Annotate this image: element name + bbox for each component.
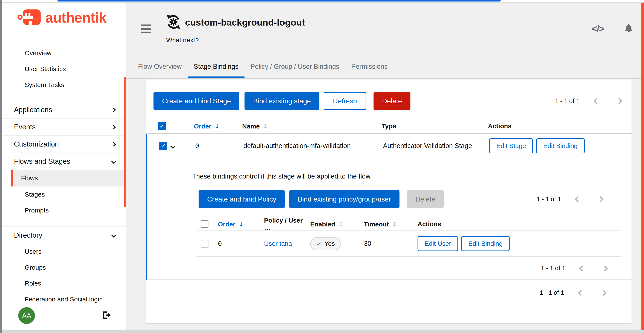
policy-select-all-checkbox[interactable] xyxy=(201,220,208,228)
authentik-key-icon xyxy=(18,8,43,27)
stage-bindings-card: Create and bind Stage Bind existing stag… xyxy=(146,80,632,323)
pagination-next-icon[interactable] xyxy=(616,98,622,104)
policy-order: 0 xyxy=(218,240,264,247)
policy-user-link[interactable]: User tana xyxy=(264,240,292,247)
pagination-next-icon[interactable] xyxy=(601,290,607,296)
page-scrollbar[interactable] xyxy=(642,3,644,330)
pagination-next-icon[interactable] xyxy=(602,265,608,271)
sidebar-item-roles[interactable]: Roles xyxy=(2,275,126,291)
pagination-prev-icon[interactable] xyxy=(579,265,585,271)
page-title: custom-background-logout xyxy=(185,17,305,28)
policy-row-checkbox[interactable] xyxy=(201,240,208,247)
sidebar: authentik Overview User Statistics Syste… xyxy=(2,3,126,329)
pagination-label: 1 - 1 of 1 xyxy=(540,289,564,296)
edit-binding-button[interactable]: Edit Binding xyxy=(461,236,510,251)
sidebar-item-stages[interactable]: Stages xyxy=(2,186,126,202)
policy-timeout: 30 xyxy=(364,240,418,247)
api-code-icon[interactable]: </> xyxy=(592,24,604,34)
create-and-bind-stage-button[interactable]: Create and bind Stage xyxy=(154,92,239,110)
sidebar-scrollbar[interactable] xyxy=(124,77,126,207)
sidebar-item-applications[interactable]: Applications xyxy=(2,101,126,118)
sidebar-item-users[interactable]: Users xyxy=(2,244,126,259)
window-bottom-strip xyxy=(2,329,644,333)
pagination-policy-top: 1 - 1 of 1 xyxy=(537,196,603,203)
bell-icon[interactable] xyxy=(624,23,634,34)
column-timeout[interactable]: Timeout↕ xyxy=(364,220,418,228)
create-and-bind-policy-button[interactable]: Create and bind Policy xyxy=(198,190,285,208)
tab-bar: Flow Overview Stage Bindings Policy / Gr… xyxy=(126,59,642,79)
window-edge xyxy=(0,0,2,333)
sidebar-item-flows[interactable]: Flows xyxy=(11,170,126,186)
selected-stage-block: ✓ 0 default-authentication-mfa-validatio… xyxy=(146,134,632,280)
column-name[interactable]: Name↕ xyxy=(242,122,382,130)
select-all-checkbox[interactable]: ✓ xyxy=(158,122,166,130)
sidebar-item-customization[interactable]: Customization xyxy=(2,135,126,153)
edit-binding-button[interactable]: Edit Binding xyxy=(536,138,584,153)
avatar[interactable]: AA xyxy=(18,307,35,324)
tab-policy-group-user-bindings[interactable]: Policy / Group / User Bindings xyxy=(244,59,346,78)
header-actions: </> xyxy=(592,23,634,34)
column-order[interactable]: Order↓ xyxy=(194,122,242,130)
tab-stage-bindings[interactable]: Stage Bindings xyxy=(188,59,244,78)
policy-delete-button[interactable]: Delete xyxy=(407,190,444,208)
sidebar-item-directory[interactable]: Directory xyxy=(2,226,126,244)
policy-table-header: Order↓ Policy / User … Enabled↕ Timeout↕… xyxy=(196,217,621,230)
bind-existing-policy-button[interactable]: Bind existing policy/group/user xyxy=(289,190,400,208)
refresh-button[interactable]: Refresh xyxy=(324,92,366,110)
delete-button[interactable]: Delete xyxy=(374,92,411,110)
sort-desc-icon: ↓ xyxy=(238,220,244,228)
sidebar-item-events[interactable]: Events xyxy=(2,118,126,135)
expansion-description: These bindings control if this stage wil… xyxy=(192,173,621,180)
column-actions: Actions xyxy=(488,122,632,130)
stage-table-header: ✓ Order↓ Name↕ Type Actions xyxy=(146,119,632,133)
chevron-right-icon xyxy=(112,142,116,146)
page-header: custom-background-logout What next? xyxy=(165,14,305,44)
pagination-prev-icon[interactable] xyxy=(578,290,584,296)
enabled-badge: ✓Yes xyxy=(310,237,341,250)
pagination-bottom: 1 - 1 of 1 xyxy=(146,280,632,296)
process-automation-icon xyxy=(165,14,182,31)
bind-existing-stage-button[interactable]: Bind existing stage xyxy=(244,92,320,110)
sign-out-icon[interactable] xyxy=(101,310,111,321)
column-order[interactable]: Order↓ xyxy=(218,220,264,228)
sidebar-nav: Overview User Statistics System Tasks Ap… xyxy=(2,33,126,307)
row-checkbox[interactable]: ✓ xyxy=(159,142,167,150)
top-accent-bar xyxy=(58,0,500,2)
tab-permissions[interactable]: Permissions xyxy=(345,59,394,78)
stage-toolbar: Create and bind Stage Bind existing stag… xyxy=(146,80,632,119)
edit-stage-button[interactable]: Edit Stage xyxy=(489,138,533,153)
sort-icon: ↕ xyxy=(392,220,397,228)
row-expand-chevron-icon[interactable] xyxy=(170,144,176,149)
column-enabled[interactable]: Enabled↕ xyxy=(310,220,364,228)
column-policy-user: Policy / User … xyxy=(264,217,310,231)
sidebar-item-system-tasks[interactable]: System Tasks xyxy=(2,77,126,93)
pagination-prev-icon[interactable] xyxy=(575,196,581,202)
pagination-next-icon[interactable] xyxy=(598,196,604,202)
sidebar-item-flows-and-stages[interactable]: Flows and Stages xyxy=(2,153,126,170)
stage-name: default-authentication-mfa-validation xyxy=(244,142,383,150)
sort-icon: ↕ xyxy=(263,122,268,130)
chevron-down-icon xyxy=(112,159,116,163)
check-icon: ✓ xyxy=(316,240,322,247)
sidebar-item-prompts[interactable]: Prompts xyxy=(2,202,126,218)
chevron-right-icon xyxy=(112,125,116,129)
sidebar-item-user-statistics[interactable]: User Statistics xyxy=(2,61,126,77)
pagination-label: 1 - 1 of 1 xyxy=(555,98,580,105)
pagination-prev-icon[interactable] xyxy=(593,98,599,104)
brand-logo[interactable]: authentik xyxy=(2,3,126,33)
stage-order: 0 xyxy=(195,142,244,150)
tab-flow-overview[interactable]: Flow Overview xyxy=(132,59,188,78)
sidebar-item-overview[interactable]: Overview xyxy=(2,45,126,61)
brand-wordmark: authentik xyxy=(45,10,106,26)
sidebar-user-row: AA xyxy=(2,307,126,329)
policy-toolbar: Create and bind Policy Bind existing pol… xyxy=(198,190,621,208)
chevron-down-icon xyxy=(112,233,116,237)
hamburger-menu-icon[interactable] xyxy=(141,25,151,33)
sidebar-item-federation[interactable]: Federation and Social login xyxy=(2,291,126,307)
policy-table-row: 0 User tana ✓Yes 30 Edit User Edit Bindi… xyxy=(196,231,621,256)
sidebar-item-groups[interactable]: Groups xyxy=(2,259,126,275)
edit-user-button[interactable]: Edit User xyxy=(418,236,458,251)
stage-expansion: These bindings control if this stage wil… xyxy=(147,158,632,279)
stage-type: Authenticator Validation Stage xyxy=(383,142,489,150)
pagination-label: 1 - 1 of 1 xyxy=(541,265,566,272)
